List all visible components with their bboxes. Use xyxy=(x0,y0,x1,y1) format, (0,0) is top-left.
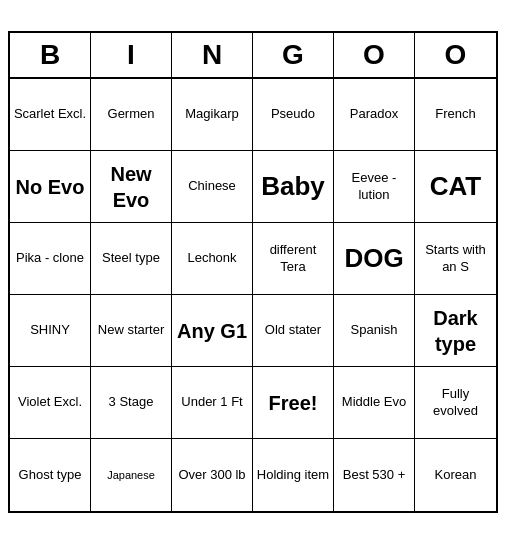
bingo-cell-29: Fully evolved xyxy=(415,367,496,439)
bingo-cell-23: Dark type xyxy=(415,295,496,367)
header-letter-0: B xyxy=(10,33,91,77)
bingo-cell-21: Old stater xyxy=(253,295,334,367)
bingo-cell-14: Lechonk xyxy=(172,223,253,295)
bingo-card: BINGOO Scarlet Excl.GermenMagikarpPseudo… xyxy=(8,31,498,513)
bingo-cell-8: Chinese xyxy=(172,151,253,223)
bingo-cell-33: Holding item xyxy=(253,439,334,511)
bingo-cell-27: Free! xyxy=(253,367,334,439)
bingo-grid: Scarlet Excl.GermenMagikarpPseudoParadox… xyxy=(10,79,496,511)
bingo-cell-28: Middle Evo xyxy=(334,367,415,439)
bingo-cell-1: Germen xyxy=(91,79,172,151)
bingo-cell-7: New Evo xyxy=(91,151,172,223)
bingo-cell-22: Spanish xyxy=(334,295,415,367)
bingo-cell-24: Violet Excl. xyxy=(10,367,91,439)
bingo-cell-16: DOG xyxy=(334,223,415,295)
bingo-cell-15: different Tera xyxy=(253,223,334,295)
bingo-cell-11: CAT xyxy=(415,151,496,223)
bingo-cell-4: Paradox xyxy=(334,79,415,151)
header-letter-5: O xyxy=(415,33,496,77)
bingo-cell-5: French xyxy=(415,79,496,151)
bingo-cell-17: Starts with an S xyxy=(415,223,496,295)
header-letter-3: G xyxy=(253,33,334,77)
bingo-cell-2: Magikarp xyxy=(172,79,253,151)
bingo-cell-0: Scarlet Excl. xyxy=(10,79,91,151)
bingo-cell-3: Pseudo xyxy=(253,79,334,151)
bingo-cell-34: Best 530 + xyxy=(334,439,415,511)
header-letter-4: O xyxy=(334,33,415,77)
bingo-cell-9: Baby xyxy=(253,151,334,223)
bingo-cell-32: Over 300 lb xyxy=(172,439,253,511)
bingo-cell-6: No Evo xyxy=(10,151,91,223)
bingo-cell-31: Japanese xyxy=(91,439,172,511)
bingo-cell-35: Korean xyxy=(415,439,496,511)
bingo-header: BINGOO xyxy=(10,33,496,79)
bingo-cell-12: Pika - clone xyxy=(10,223,91,295)
bingo-cell-13: Steel type xyxy=(91,223,172,295)
bingo-cell-20: Any G1 xyxy=(172,295,253,367)
bingo-cell-25: 3 Stage xyxy=(91,367,172,439)
bingo-cell-10: Eevee - lution xyxy=(334,151,415,223)
bingo-cell-26: Under 1 Ft xyxy=(172,367,253,439)
header-letter-2: N xyxy=(172,33,253,77)
bingo-cell-30: Ghost type xyxy=(10,439,91,511)
bingo-cell-18: SHINY xyxy=(10,295,91,367)
bingo-cell-19: New starter xyxy=(91,295,172,367)
header-letter-1: I xyxy=(91,33,172,77)
